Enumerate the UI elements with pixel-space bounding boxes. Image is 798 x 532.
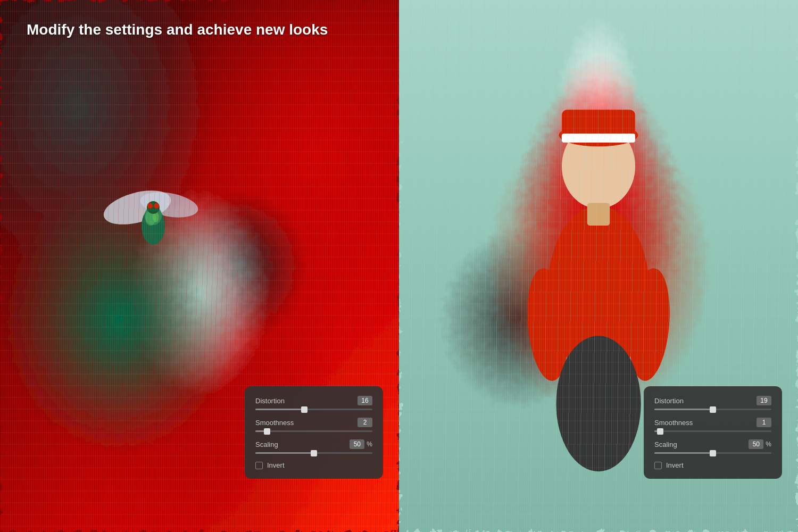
- distortion-label-left: Distortion: [255, 397, 285, 405]
- fly-illustration: [100, 186, 206, 250]
- invert-row-right[interactable]: Invert: [654, 461, 771, 469]
- smoothness-value-left[interactable]: 2: [358, 418, 372, 427]
- svg-point-7: [147, 203, 153, 209]
- invert-label-right: Invert: [666, 461, 684, 469]
- panel-left: Modify the settings and achieve new look…: [0, 0, 399, 532]
- distortion-slider-left[interactable]: [255, 409, 372, 410]
- scaling-row-right: Scaling 50 %: [654, 439, 771, 454]
- svg-point-18: [556, 336, 641, 471]
- svg-point-8: [154, 203, 159, 209]
- scaling-slider-right[interactable]: [654, 452, 771, 454]
- scaling-unit-right: %: [766, 440, 771, 448]
- smoothness-label-right: Smoothness: [654, 419, 693, 427]
- scaling-label-left: Scaling: [255, 440, 278, 448]
- distortion-label-right: Distortion: [654, 397, 684, 405]
- scaling-slider-left[interactable]: [255, 452, 372, 454]
- invert-label-left: Invert: [267, 461, 285, 469]
- scaling-value-left[interactable]: 50: [350, 439, 364, 449]
- invert-row-left[interactable]: Invert: [255, 461, 372, 469]
- distortion-row-left: Distortion 16: [255, 396, 372, 410]
- headline: Modify the settings and achieve new look…: [27, 21, 328, 38]
- svg-rect-15: [587, 203, 610, 226]
- svg-rect-14: [562, 134, 635, 143]
- invert-checkbox-left[interactable]: [255, 462, 263, 469]
- smoothness-label-left: Smoothness: [255, 419, 294, 427]
- distortion-value-left[interactable]: 16: [358, 396, 372, 405]
- smoothness-slider-left[interactable]: [255, 430, 372, 432]
- scaling-label-right: Scaling: [654, 440, 677, 448]
- scaling-unit-left: %: [367, 440, 372, 448]
- main-container: Modify the settings and achieve new look…: [0, 0, 798, 532]
- smoothness-slider-right[interactable]: [654, 430, 771, 432]
- smoothness-row-right: Smoothness 1: [654, 418, 771, 432]
- invert-checkbox-right[interactable]: [654, 462, 662, 469]
- distortion-value-right[interactable]: 19: [757, 396, 771, 405]
- smoothness-value-right[interactable]: 1: [757, 418, 771, 427]
- smoothness-row-left: Smoothness 2: [255, 418, 372, 432]
- distortion-slider-right[interactable]: [654, 409, 771, 410]
- settings-panel-left: Distortion 16 Smoothness 2: [245, 386, 383, 479]
- settings-panel-right: Distortion 19 Smoothness 1: [644, 386, 782, 479]
- scaling-row-left: Scaling 50 %: [255, 439, 372, 454]
- distortion-row-right: Distortion 19: [654, 396, 771, 410]
- scaling-value-right[interactable]: 50: [749, 439, 763, 449]
- panel-right: Distortion 19 Smoothness 1: [399, 0, 798, 532]
